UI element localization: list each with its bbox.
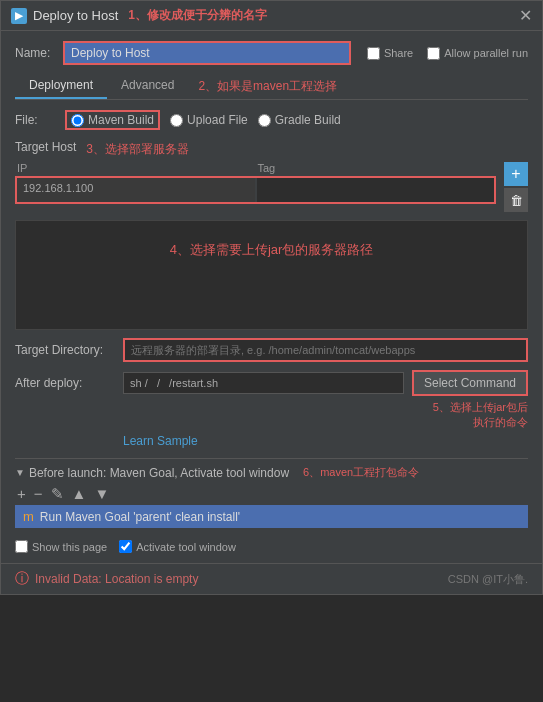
ip-col-header: IP	[15, 162, 256, 174]
file-row: File: Maven Build Upload File Gradle Bui…	[15, 110, 528, 130]
checkbox-group: Share Allow parallel run	[367, 47, 528, 60]
launch-remove-button[interactable]: −	[32, 486, 45, 501]
file-label: File:	[15, 113, 55, 127]
launch-edit-button[interactable]: ✎	[49, 486, 66, 501]
name-row: Name: Share Allow parallel run	[15, 41, 528, 65]
tab-advanced[interactable]: Advanced	[107, 73, 188, 99]
allow-parallel-checkbox-label[interactable]: Allow parallel run	[427, 47, 528, 60]
maven-radio[interactable]	[71, 114, 84, 127]
name-input[interactable]	[63, 41, 351, 65]
annotation-4: 4、选择需要上传jar包的服务器路径	[16, 221, 527, 269]
dialog-window: ▶ Deploy to Host 1、修改成便于分辨的名字 ✕ Name: Sh…	[0, 0, 543, 595]
before-launch-header: ▼ Before launch: Maven Goal, Activate to…	[15, 465, 528, 480]
select-command-button[interactable]: Select Command	[412, 370, 528, 396]
target-dir-label: Target Directory:	[15, 343, 115, 357]
annotation-5: 5、选择上传jar包后 执行的命令	[433, 400, 528, 430]
annotation-1: 1、修改成便于分辨的名字	[128, 7, 267, 24]
launch-toolbar: + − ✎ ▲ ▼	[15, 486, 528, 501]
tag-col-header: Tag	[258, 162, 497, 174]
share-checkbox[interactable]	[367, 47, 380, 60]
title-bar-left: ▶ Deploy to Host 1、修改成便于分辨的名字	[11, 7, 267, 24]
window-title: Deploy to Host	[33, 8, 118, 23]
annotation-6: 6、maven工程打包命令	[303, 465, 419, 480]
after-deploy-row: After deploy: Select Command	[15, 370, 528, 396]
launch-item[interactable]: m Run Maven Goal 'parent' clean install'	[15, 505, 528, 528]
activate-tool-checkbox[interactable]	[119, 540, 132, 553]
activate-tool-label[interactable]: Activate tool window	[119, 540, 236, 553]
annotation-3: 3、选择部署服务器	[86, 141, 189, 158]
maven-option[interactable]: Maven Build	[65, 110, 160, 130]
target-host-label: Target Host	[15, 140, 76, 154]
app-icon: ▶	[11, 8, 27, 24]
launch-add-button[interactable]: +	[15, 486, 28, 501]
host-tag-cell	[257, 178, 495, 202]
triangle-icon: ▼	[15, 467, 25, 478]
target-directory-input[interactable]	[123, 338, 528, 362]
share-checkbox-label[interactable]: Share	[367, 47, 413, 60]
gradle-option[interactable]: Gradle Build	[258, 113, 341, 127]
host-table-row: 192.168.1.100	[15, 176, 496, 204]
bottom-bar: Show this page Activate tool window	[15, 534, 528, 553]
target-directory-row: Target Directory:	[15, 338, 528, 362]
after-deploy-input[interactable]	[123, 372, 404, 394]
host-actions: + 🗑	[504, 162, 528, 212]
learn-sample-link[interactable]: Learn Sample	[15, 434, 528, 448]
close-button[interactable]: ✕	[519, 8, 532, 24]
gradle-radio[interactable]	[258, 114, 271, 127]
tab-deployment[interactable]: Deployment	[15, 73, 107, 99]
empty-host-area: 4、选择需要上传jar包的服务器路径	[15, 220, 528, 330]
maven-icon: m	[23, 509, 34, 524]
show-page-label[interactable]: Show this page	[15, 540, 107, 553]
launch-up-button[interactable]: ▲	[70, 486, 89, 501]
upload-option[interactable]: Upload File	[170, 113, 248, 127]
before-launch-section: ▼ Before launch: Maven Goal, Activate to…	[15, 458, 528, 528]
host-table-header: IP Tag	[15, 162, 496, 174]
error-message: Invalid Data: Location is empty	[35, 572, 198, 586]
show-page-checkbox[interactable]	[15, 540, 28, 553]
target-host-section: Target Host 3、选择部署服务器 IP Tag 192.168.1.1…	[15, 140, 528, 212]
tabs: Deployment Advanced 2、如果是maven工程选择	[15, 73, 528, 100]
title-bar: ▶ Deploy to Host 1、修改成便于分辨的名字 ✕	[1, 1, 542, 31]
dialog-content: Name: Share Allow parallel run Deploymen…	[1, 31, 542, 563]
upload-radio[interactable]	[170, 114, 183, 127]
add-host-button[interactable]: +	[504, 162, 528, 186]
error-bar: ⓘ Invalid Data: Location is empty CSDN @…	[1, 563, 542, 594]
allow-parallel-checkbox[interactable]	[427, 47, 440, 60]
launch-down-button[interactable]: ▼	[92, 486, 111, 501]
delete-host-button[interactable]: 🗑	[504, 188, 528, 212]
host-ip-cell: 192.168.1.100	[17, 178, 255, 202]
annotation-2: 2、如果是maven工程选择	[198, 78, 337, 95]
name-label: Name:	[15, 46, 55, 60]
watermark: CSDN @IT小鲁.	[448, 572, 528, 587]
error-icon: ⓘ	[15, 570, 29, 588]
after-deploy-label: After deploy:	[15, 376, 115, 390]
